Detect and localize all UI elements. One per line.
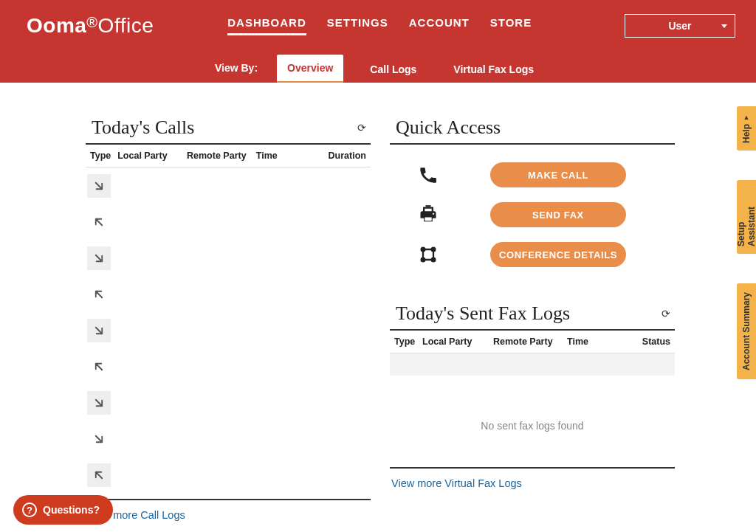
- questions-button[interactable]: ? Questions?: [13, 495, 113, 525]
- table-row[interactable]: [86, 457, 371, 493]
- fax-empty-row: [390, 353, 675, 376]
- subtab-fax-logs[interactable]: Virtual Fax Logs: [443, 56, 544, 83]
- fax-col-remote: Remote Party: [492, 336, 566, 347]
- table-row[interactable]: [86, 204, 371, 240]
- outgoing-call-icon: [87, 283, 111, 306]
- brand-bold: Ooma: [27, 14, 86, 37]
- side-tab-help-label: Help: [741, 124, 752, 143]
- side-tabs: Help▲ Setup Assistant Account Summary: [737, 106, 756, 379]
- incoming-call-icon: [87, 174, 111, 198]
- subtab-call-logs[interactable]: Call Logs: [360, 56, 427, 83]
- refresh-icon[interactable]: ⟳: [662, 308, 672, 319]
- right-column: Quick Access MAKE CALL SEND FAX: [390, 117, 675, 522]
- nav-dashboard[interactable]: DASHBOARD: [227, 16, 306, 35]
- fax-title: Today's Sent Fax Logs: [396, 303, 570, 325]
- calls-footer: View more Call Logs: [86, 499, 371, 522]
- table-row[interactable]: [86, 421, 371, 457]
- col-local: Local Party: [116, 151, 185, 161]
- fax-col-status: Status: [632, 336, 675, 347]
- side-tab-summary-label: Account Summary: [741, 292, 752, 370]
- col-duration: Duration: [327, 151, 371, 161]
- nav-store[interactable]: STORE: [490, 16, 532, 35]
- calls-panel: Today's Calls ⟳ Type Local Party Remote …: [86, 117, 371, 522]
- questions-label: Questions?: [43, 504, 100, 516]
- incoming-call-icon: [87, 427, 111, 451]
- nav-account[interactable]: ACCOUNT: [409, 16, 470, 35]
- chevron-down-icon: [721, 24, 727, 28]
- side-tab-setup-label: Setup Assistant: [736, 187, 756, 246]
- conference-details-button[interactable]: CONFERENCE DETAILS: [490, 242, 626, 267]
- side-tab-setup[interactable]: Setup Assistant: [737, 180, 756, 254]
- send-fax-button[interactable]: SEND FAX: [490, 202, 626, 227]
- header-top: Ooma®Office DASHBOARD SETTINGS ACCOUNT S…: [0, 0, 756, 52]
- main-nav: DASHBOARD SETTINGS ACCOUNT STORE: [227, 16, 532, 35]
- view-more-fax-logs[interactable]: View more Virtual Fax Logs: [390, 477, 522, 489]
- view-by-label: View By:: [212, 53, 261, 83]
- user-menu-label: User: [668, 20, 691, 32]
- fax-col-local: Local Party: [421, 336, 492, 347]
- main-content: Today's Calls ⟳ Type Local Party Remote …: [0, 83, 756, 522]
- brand-light: Office: [98, 14, 154, 37]
- quick-access-rows: MAKE CALL SEND FAX: [390, 145, 675, 277]
- calls-rows: [86, 167, 371, 493]
- fax-footer: View more Virtual Fax Logs: [390, 467, 675, 490]
- fax-col-time: Time: [566, 336, 632, 347]
- calls-title: Today's Calls: [92, 117, 194, 139]
- fax-icon: [418, 204, 439, 225]
- col-remote: Remote Party: [185, 151, 255, 161]
- outgoing-call-icon: [87, 463, 111, 487]
- refresh-icon[interactable]: ⟳: [357, 122, 368, 133]
- conference-icon: [418, 244, 439, 265]
- table-row[interactable]: [86, 240, 371, 276]
- outgoing-call-icon: [87, 210, 111, 234]
- qa-row-conference: CONFERENCE DETAILS: [390, 238, 675, 277]
- nav-settings[interactable]: SETTINGS: [327, 16, 388, 35]
- phone-icon: [418, 165, 439, 185]
- table-row[interactable]: [86, 384, 371, 421]
- qa-row-call: MAKE CALL: [390, 158, 675, 198]
- fax-title-row: Today's Sent Fax Logs ⟳: [390, 303, 675, 331]
- qa-row-fax: SEND FAX: [390, 198, 675, 238]
- incoming-call-icon: [87, 391, 111, 415]
- triangle-icon: ▲: [743, 114, 750, 121]
- svg-rect-0: [426, 205, 431, 207]
- table-row[interactable]: [86, 312, 371, 348]
- incoming-call-icon: [87, 246, 111, 270]
- subtab-overview[interactable]: Overview: [277, 55, 343, 83]
- table-row[interactable]: [86, 276, 371, 312]
- quick-access-panel: Quick Access MAKE CALL SEND FAX: [390, 117, 675, 277]
- calls-table-head: Type Local Party Remote Party Time Durat…: [86, 145, 371, 167]
- table-row[interactable]: [86, 167, 371, 204]
- col-time: Time: [255, 151, 327, 161]
- table-row[interactable]: [86, 348, 371, 384]
- view-by-tabs: View By: Overview Call Logs Virtual Fax …: [0, 52, 756, 83]
- user-menu[interactable]: User: [625, 14, 735, 38]
- app-header: Ooma®Office DASHBOARD SETTINGS ACCOUNT S…: [0, 0, 756, 83]
- question-icon: ?: [22, 502, 37, 517]
- side-tab-help[interactable]: Help▲: [737, 106, 756, 151]
- fax-panel: Today's Sent Fax Logs ⟳ Type Local Party…: [390, 303, 675, 490]
- calls-title-row: Today's Calls ⟳: [86, 117, 371, 145]
- fax-empty-text: No sent fax logs found: [390, 376, 675, 461]
- make-call-button[interactable]: MAKE CALL: [490, 162, 626, 187]
- fax-col-type: Type: [393, 336, 421, 347]
- outgoing-call-icon: [87, 355, 111, 379]
- col-type: Type: [89, 151, 116, 161]
- fax-table-head: Type Local Party Remote Party Time Statu…: [390, 331, 675, 353]
- side-tab-summary[interactable]: Account Summary: [737, 283, 756, 379]
- incoming-call-icon: [87, 319, 111, 342]
- brand-logo: Ooma®Office: [27, 14, 154, 38]
- quick-access-title: Quick Access: [390, 117, 675, 145]
